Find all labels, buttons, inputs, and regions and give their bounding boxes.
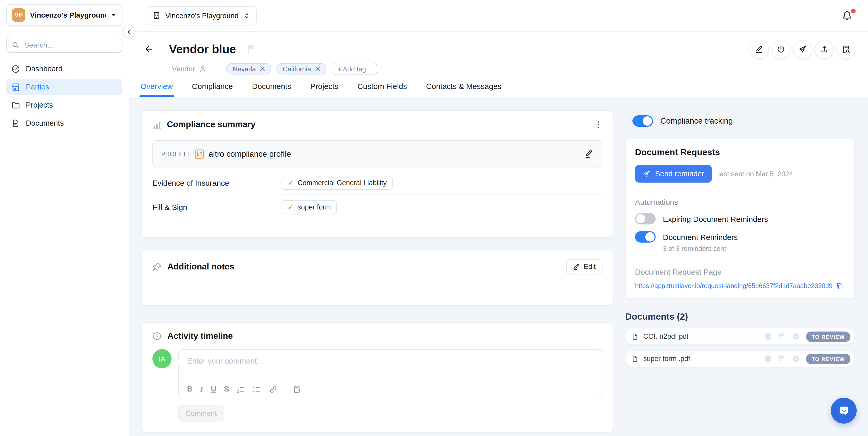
chat-launcher-button[interactable]: [831, 398, 857, 424]
clock-icon: [152, 331, 162, 341]
comment-submit-button[interactable]: Comment: [178, 405, 224, 422]
activity-timeline-card: Activity timeline IA Enter your comment.…: [142, 322, 613, 432]
org-name: Vincenzo's Playground: [165, 11, 239, 20]
sidebar-item-parties[interactable]: Parties: [6, 79, 122, 95]
notifications-button[interactable]: [842, 10, 852, 21]
edit-label: Edit: [584, 263, 596, 270]
send-reminder-label: Send reminder: [655, 170, 704, 178]
edit-profile-button[interactable]: [584, 149, 594, 159]
divider: [635, 260, 845, 260]
flagged-icon: [778, 355, 786, 362]
flag-icon[interactable]: [246, 44, 257, 55]
search-input[interactable]: [23, 40, 117, 49]
page-header: Vendor blue: [129, 32, 868, 97]
card-title: Additional notes: [167, 262, 234, 271]
tab-documents[interactable]: Documents: [252, 82, 291, 97]
send-reminder-button[interactable]: Send reminder: [635, 165, 712, 182]
requirement-chip[interactable]: ✓ Commercial General Liability: [282, 176, 393, 190]
workspace-name: Vincenzo's Playground: [30, 11, 106, 19]
review-documents-button[interactable]: [836, 39, 856, 59]
clipboard-icon: [293, 385, 301, 393]
bold-button[interactable]: B: [187, 385, 192, 393]
remove-tag-icon[interactable]: [315, 66, 320, 71]
copy-link-button[interactable]: [836, 282, 843, 290]
pencil-icon: [573, 263, 580, 270]
workspace-selector[interactable]: VP Vincenzo's Playground: [6, 4, 122, 26]
tag-nevada[interactable]: Nevada: [226, 63, 272, 75]
send-message-button[interactable]: [793, 39, 812, 59]
tab-custom-fields[interactable]: Custom Fields: [358, 82, 407, 97]
paste-button[interactable]: [293, 385, 301, 393]
search-icon: [12, 41, 19, 48]
check-icon: ✓: [288, 179, 293, 187]
sidebar-item-label: Parties: [26, 83, 49, 91]
sidebar-nav: Dashboard Parties Projects Documents: [0, 60, 129, 132]
kebab-menu-icon[interactable]: [594, 120, 602, 128]
expiration-clock-icon: [764, 355, 772, 362]
tab-contacts-messages[interactable]: Contacts & Messages: [426, 82, 501, 97]
paper-plane-icon: [643, 170, 650, 178]
caret-down-icon: [111, 12, 117, 18]
sidebar-collapse-button[interactable]: [123, 26, 134, 37]
additional-notes-card: Additional notes Edit: [142, 251, 613, 306]
toolbar-divider: [285, 385, 285, 394]
left-column: Compliance summary PROFILE: altro compli…: [142, 110, 613, 432]
document-reminders-toggle[interactable]: [635, 231, 656, 242]
bullet-list-button[interactable]: [253, 385, 261, 393]
card-title: Document Requests: [635, 147, 845, 158]
verified-seal-icon: [792, 332, 800, 340]
requirement-row: Fill & Sign ✓ super form: [152, 195, 602, 219]
back-button[interactable]: [144, 44, 154, 54]
edit-notes-button[interactable]: Edit: [566, 259, 602, 274]
expiring-reminders-label: Expiring Document Reminders: [663, 214, 768, 223]
file-icon: [631, 355, 639, 362]
page-content: Compliance summary PROFILE: altro compli…: [129, 97, 868, 432]
document-row[interactable]: COI. n2pdf.pdf TO REVIEW: [625, 328, 855, 345]
edit-party-button[interactable]: [750, 39, 769, 59]
tab-compliance[interactable]: Compliance: [192, 82, 233, 97]
document-row[interactable]: super form .pdf TO REVIEW: [625, 351, 855, 367]
entity-type: Vendor: [172, 65, 207, 73]
automation-row: Expiring Document Reminders: [635, 213, 845, 225]
header-actions: [750, 39, 856, 59]
remove-tag-icon[interactable]: [260, 66, 265, 71]
tag-label: California: [283, 65, 311, 73]
add-tag-button[interactable]: + Add tag...: [332, 63, 377, 75]
requirement-label: Evidence of Insurance: [152, 178, 282, 187]
sidebar-item-dashboard[interactable]: Dashboard: [6, 60, 122, 77]
tab-bar: Overview Compliance Documents Projects C…: [140, 82, 856, 97]
ordered-list-icon: 12: [237, 385, 245, 393]
strikethrough-button[interactable]: S: [224, 385, 229, 393]
compliance-tracking-row: Compliance tracking: [632, 115, 855, 127]
document-name: COI. n2pdf.pdf: [643, 332, 689, 340]
underline-button[interactable]: U: [211, 385, 216, 393]
document-requests-card: Document Requests Send reminder last sen…: [625, 139, 855, 298]
deactivate-party-button[interactable]: [771, 39, 790, 59]
file-icon: [631, 333, 639, 340]
org-selector[interactable]: Vincenzo's Playground: [146, 6, 256, 25]
sidebar-item-documents[interactable]: Documents: [6, 115, 122, 132]
compliance-profile-row: PROFILE: altro compliance profile: [152, 140, 602, 168]
expiring-reminders-toggle[interactable]: [635, 213, 656, 225]
person-icon: [199, 65, 207, 73]
request-page-link[interactable]: https://app.trustlayer.io/request-landin…: [635, 282, 833, 290]
document-icon: [11, 119, 20, 127]
ordered-list-button[interactable]: 12: [237, 385, 245, 393]
sidebar-item-label: Projects: [26, 101, 53, 109]
pencil-icon: [755, 45, 764, 54]
requirement-chip[interactable]: ✓ super form: [282, 200, 337, 214]
tag-california[interactable]: California: [276, 63, 327, 75]
link-button[interactable]: [269, 385, 277, 393]
compliance-tracking-toggle[interactable]: [632, 115, 653, 127]
copy-icon: [836, 282, 843, 290]
comment-input[interactable]: Enter your comment... B I U S 12: [178, 349, 602, 399]
italic-button[interactable]: I: [200, 385, 203, 393]
tab-overview[interactable]: Overview: [141, 82, 173, 97]
dashboard-icon: [11, 64, 20, 73]
card-title: Compliance summary: [167, 119, 255, 129]
sidebar-item-projects[interactable]: Projects: [6, 97, 122, 113]
export-button[interactable]: [815, 39, 834, 59]
notification-dot: [851, 8, 856, 13]
tab-projects[interactable]: Projects: [310, 82, 338, 97]
svg-text:1: 1: [238, 385, 239, 389]
